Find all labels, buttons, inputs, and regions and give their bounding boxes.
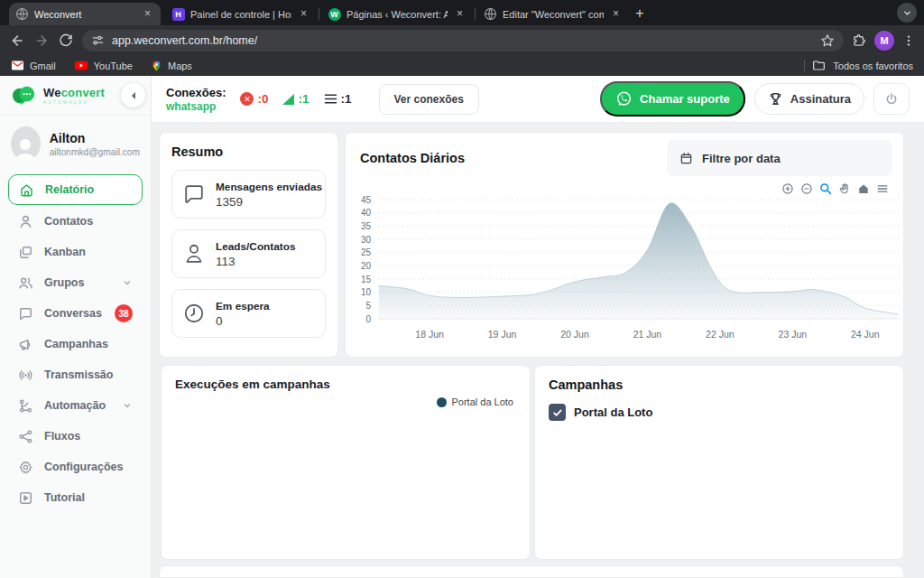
browser-window: Weconvert×HPainel de controle | Hostinge…: [0, 0, 924, 578]
weconvert-logo-icon: [11, 84, 38, 107]
site-favicon-icon: W: [328, 7, 341, 21]
sidebar-item-grupos[interactable]: Grupos: [8, 267, 143, 298]
kanban-icon: [18, 245, 33, 260]
person-icon: [18, 214, 33, 229]
signal-triangle-icon: [282, 94, 294, 105]
sidebar-item-conversas[interactable]: Conversas38: [8, 298, 143, 329]
tab-close-icon[interactable]: ×: [609, 7, 623, 21]
tab-title: Editar "Weconvert" com o Ele: [503, 9, 604, 20]
sidebar-item-fluxos[interactable]: Fluxos: [8, 421, 143, 452]
chevron-down-icon: [122, 400, 133, 411]
call-support-button[interactable]: Chamar suporte: [600, 81, 745, 117]
sidebar-item-label: Relatório: [45, 183, 94, 196]
view-connections-button[interactable]: Ver conexões: [379, 84, 479, 115]
svg-text:18 Jun: 18 Jun: [415, 329, 444, 340]
tab-title: Páginas ‹ Weconvert: Atendi: [346, 9, 448, 20]
brand-name: Weconvert: [43, 87, 105, 98]
tab-search-button[interactable]: [897, 3, 917, 23]
svg-text:23 Jun: 23 Jun: [779, 329, 808, 340]
sidebar-item-contatos[interactable]: Contatos: [8, 206, 143, 237]
browser-menu-icon[interactable]: [902, 34, 915, 47]
brand-tagline: AUTOMAÇÃO: [43, 100, 105, 105]
browser-tab[interactable]: WPáginas ‹ Weconvert: Atendi×: [321, 3, 473, 25]
svg-text:40: 40: [361, 208, 372, 218]
browser-tab[interactable]: HPainel de controle | Hostinger×: [165, 3, 317, 25]
forward-icon[interactable]: [33, 33, 50, 49]
stat-label: Leads/Contatos: [216, 240, 296, 253]
stat-box: Leads/Contatos113: [171, 229, 326, 278]
reload-icon[interactable]: [58, 33, 74, 49]
svg-text:10: 10: [361, 287, 372, 297]
svg-text:15: 15: [361, 275, 372, 284]
tab-close-icon[interactable]: ×: [297, 7, 310, 21]
sidebar-item-automacao[interactable]: Automação: [8, 390, 143, 421]
chevron-down-icon: [122, 277, 133, 288]
sidebar-collapse-button[interactable]: [121, 83, 145, 107]
area-chart[interactable]: 05101520253035404518 Jun19 Jun20 Jun21 J…: [346, 191, 905, 355]
campaign-item[interactable]: Portal da Loto: [549, 404, 890, 421]
bookmark-items: GmailYouTubeMaps: [11, 60, 192, 72]
bookmark-maps[interactable]: Maps: [151, 60, 192, 72]
maps-icon: [151, 60, 162, 72]
sidebar-menu: RelatórioContatosKanbanGruposConversas38…: [0, 170, 151, 517]
svg-text:25: 25: [361, 247, 372, 257]
sidebar-item-tutorial[interactable]: Tutorial: [8, 482, 143, 513]
bookmark-gmail[interactable]: Gmail: [11, 60, 56, 72]
tab-strip: Weconvert×HPainel de controle | Hostinge…: [0, 0, 924, 25]
stat-label: Mensagens enviadas: [216, 181, 322, 193]
sidebar-item-campanhas[interactable]: Campanhas: [8, 329, 143, 359]
legend-dot-icon: [437, 397, 447, 407]
executions-legend[interactable]: Portal da Loto: [437, 396, 514, 407]
browser-tab[interactable]: Weconvert×: [9, 3, 161, 25]
globe-favicon-icon: [15, 7, 29, 21]
url-text[interactable]: app.weconvert.com.br/home/: [112, 34, 813, 47]
avatar: [11, 126, 41, 161]
back-icon[interactable]: [9, 33, 25, 49]
sidebar-item-configuracoes[interactable]: Configurações: [8, 452, 143, 482]
clock-big-icon: [182, 302, 206, 325]
error-count: :0: [257, 92, 268, 106]
tab-close-icon[interactable]: ×: [453, 7, 467, 21]
divider: [804, 60, 805, 71]
call-support-label: Chamar suporte: [640, 92, 730, 106]
browser-tab[interactable]: Editar "Weconvert" com o Ele×: [477, 3, 629, 25]
filter-by-date-button[interactable]: Filtre por data: [667, 140, 892, 176]
stat-value: 113: [216, 255, 296, 268]
profile-avatar[interactable]: M: [874, 31, 894, 51]
connections-error-stat: ✕ :0: [240, 92, 268, 106]
youtube-icon: [74, 60, 88, 71]
subscription-label: Assinatura: [790, 92, 851, 106]
logout-button[interactable]: [873, 83, 910, 115]
chevron-left-icon: [129, 91, 138, 100]
tab-separator: [475, 8, 476, 20]
flow-icon: [18, 429, 33, 444]
sidebar-item-kanban[interactable]: Kanban: [8, 237, 143, 267]
sidebar-item-relatorio[interactable]: Relatório: [8, 174, 143, 205]
stat-label: Em espera: [216, 300, 270, 312]
sidebar-item-label: Automação: [44, 399, 106, 412]
subscription-button[interactable]: Assinatura: [754, 83, 864, 115]
all-bookmarks[interactable]: Todos os favoritos: [804, 59, 913, 72]
user-profile[interactable]: Ailton ailtonmkd@gmail.com: [0, 116, 151, 170]
extensions-icon[interactable]: [852, 33, 866, 48]
gmail-icon: [11, 60, 24, 71]
topbar-actions: Chamar suporte Assinatura: [600, 81, 910, 117]
new-tab-button[interactable]: +: [629, 3, 651, 24]
filter-by-date-label: Filtre por data: [702, 152, 781, 165]
bookmark-label: YouTube: [94, 61, 133, 71]
sidebar-item-label: Tutorial: [44, 491, 85, 504]
campaign-checkbox[interactable]: [549, 404, 566, 421]
svg-text:24 Jun: 24 Jun: [851, 329, 880, 340]
bookmark-youtube[interactable]: YouTube: [74, 60, 133, 72]
sidebar-item-transmissao[interactable]: Transmissão: [8, 359, 143, 390]
people-icon: [18, 275, 33, 291]
sidebar-item-label: Contatos: [44, 215, 93, 228]
sidebar-item-label: Transmissão: [44, 368, 113, 381]
campaign-executions-card: Execuções em campanhas Portal da Loto: [161, 365, 531, 560]
bookmark-star-icon[interactable]: [820, 33, 835, 48]
address-bar[interactable]: app.weconvert.com.br/home/: [82, 30, 844, 51]
executions-title: Execuções em campanhas: [175, 378, 516, 391]
summary-stats: Mensagens enviadas1359Leads/Contatos113E…: [171, 170, 326, 338]
site-settings-icon[interactable]: [91, 33, 105, 47]
tab-close-icon[interactable]: ×: [141, 7, 154, 21]
